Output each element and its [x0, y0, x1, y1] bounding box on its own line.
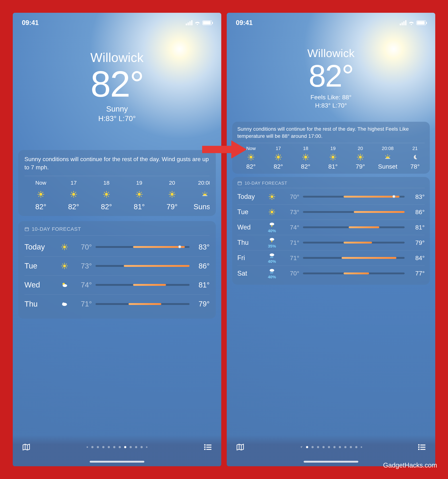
- hourly-card[interactable]: Sunny conditions will continue for the r…: [18, 150, 216, 216]
- svg-line-14: [71, 192, 72, 193]
- condition-label: Sunny: [13, 105, 221, 113]
- svg-point-36: [171, 193, 174, 196]
- home-indicator[interactable]: [90, 461, 144, 463]
- comparison-arrow-icon: [200, 139, 248, 160]
- svg-rect-128: [238, 181, 241, 185]
- current-temp: 82°: [13, 65, 221, 103]
- svg-point-79: [249, 156, 252, 159]
- forecast-row[interactable]: Tue 73° 86°: [24, 257, 210, 276]
- wifi-icon: [408, 20, 415, 25]
- svg-line-35: [137, 196, 138, 196]
- temp-range-bar: [95, 303, 190, 305]
- svg-point-97: [304, 156, 307, 159]
- svg-rect-78: [206, 449, 211, 450]
- day-name: Sat: [237, 270, 261, 277]
- list-icon[interactable]: [417, 443, 426, 452]
- forecast-row[interactable]: Wed 74° 81°: [24, 276, 210, 294]
- svg-point-139: [270, 211, 273, 213]
- temp-range-bar: [303, 226, 405, 228]
- svg-line-112: [335, 159, 335, 159]
- precip-pct: 40%: [268, 259, 276, 264]
- forecast-row[interactable]: Thu 35% 71° 79°: [237, 235, 425, 250]
- home-indicator[interactable]: [304, 461, 358, 463]
- page-dots[interactable]: [300, 446, 362, 449]
- map-icon[interactable]: [22, 443, 31, 452]
- list-icon[interactable]: [203, 443, 212, 452]
- svg-line-33: [141, 196, 141, 196]
- forecast-row[interactable]: Tue 73° 86°: [237, 205, 425, 220]
- hourly-item: 19 81°: [123, 180, 156, 211]
- calendar-icon: [237, 181, 242, 186]
- forecast-row[interactable]: Today 70° 83°: [24, 238, 210, 257]
- cloud-icon: [57, 300, 72, 307]
- map-icon[interactable]: [236, 443, 245, 452]
- hourly-item: 17 82°: [265, 146, 292, 170]
- feels-like-label: Feels Like: 88°: [227, 94, 435, 101]
- forecast-row[interactable]: Wed 40% 74° 81°: [237, 220, 425, 235]
- forecast-row[interactable]: Sat 40% 70° 77°: [237, 266, 425, 281]
- svg-line-65: [62, 264, 63, 265]
- battery-icon: [202, 20, 212, 25]
- svg-line-156: [272, 272, 272, 273]
- svg-point-75: [204, 446, 206, 448]
- svg-line-137: [274, 195, 274, 195]
- high-low: H:83° L:70°: [13, 114, 221, 123]
- svg-point-158: [418, 444, 420, 446]
- svg-line-136: [274, 198, 274, 199]
- svg-rect-74: [206, 445, 211, 446]
- watermark: GadgetHacks.com: [383, 461, 437, 469]
- svg-line-41: [170, 192, 170, 193]
- location-name: Willowick: [227, 47, 435, 60]
- hour-value: 82°: [237, 163, 265, 170]
- high-temp: 81°: [408, 224, 425, 231]
- forecast-card[interactable]: 10-DAY FORECAST Today 70° 83°Tue 73° 86°…: [18, 221, 216, 319]
- page-dots[interactable]: [87, 446, 147, 448]
- low-temp: 73°: [75, 262, 92, 270]
- svg-point-154: [270, 269, 274, 272]
- day-name: Thu: [24, 300, 53, 308]
- hourly-item: 18 82°: [292, 146, 319, 170]
- sunny-icon: [57, 244, 72, 250]
- temp-range-bar: [95, 265, 190, 267]
- storm-icon: 35%: [265, 237, 279, 249]
- forecast-row[interactable]: Thu 71° 79°: [24, 294, 210, 313]
- svg-line-43: [174, 192, 174, 193]
- forecast-card[interactable]: 10-DAY FORECAST Today 70° 83°Tue 73° 86°…: [232, 177, 430, 285]
- high-temp: 83°: [408, 193, 425, 200]
- svg-line-95: [280, 155, 281, 155]
- status-time: 09:41: [22, 19, 39, 27]
- sunny-icon: [24, 189, 57, 200]
- hourly-card[interactable]: Sunny conditions will continue for the r…: [232, 122, 430, 174]
- summary-text: Sunny conditions will continue for the r…: [237, 125, 425, 143]
- temp-range-bar: [303, 211, 405, 213]
- hour-value: 82°: [292, 163, 319, 170]
- forecast-row[interactable]: Today 70° 83°: [237, 189, 425, 205]
- temp-range-bar: [95, 284, 190, 286]
- forecast-row[interactable]: Fri 40% 71° 84°: [237, 250, 425, 266]
- hour-value: Sunset: [374, 163, 401, 170]
- svg-line-127: [389, 156, 390, 156]
- svg-line-96: [276, 159, 277, 159]
- hourly-item: 17 82°: [57, 180, 90, 211]
- sunny-icon: [90, 189, 123, 200]
- signal-icon: [400, 20, 407, 25]
- high-temp: 83°: [193, 243, 210, 251]
- svg-line-16: [75, 192, 76, 193]
- hour-time: 20: [156, 180, 188, 186]
- day-name: Tue: [237, 208, 261, 216]
- svg-line-67: [66, 264, 67, 265]
- status-bar: 09:41: [13, 13, 221, 27]
- precip-pct: 40%: [268, 275, 276, 279]
- rain-icon: 40%: [265, 252, 279, 264]
- sunset-icon: [374, 153, 401, 161]
- hour-time: 18: [292, 146, 319, 151]
- hour-value: Sunset: [188, 203, 210, 211]
- temp-range-bar: [95, 246, 190, 248]
- low-temp: 70°: [75, 243, 92, 251]
- day-name: Today: [237, 193, 261, 200]
- svg-line-135: [270, 195, 270, 195]
- svg-line-155: [270, 272, 271, 273]
- svg-point-150: [270, 253, 274, 256]
- hourly-item: 20 79°: [347, 146, 374, 170]
- svg-line-59: [62, 249, 63, 249]
